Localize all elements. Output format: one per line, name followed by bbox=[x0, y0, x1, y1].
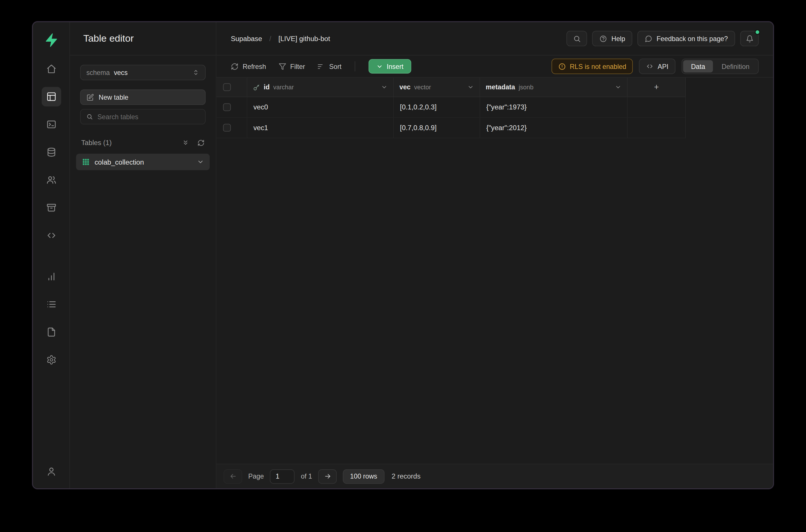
schema-select-label: schema bbox=[87, 69, 110, 76]
sort-button[interactable]: Sort bbox=[318, 62, 342, 70]
sidebar-item-storage[interactable] bbox=[41, 198, 61, 217]
top-bar: Supabase / [LIVE] github-bot Help Feedba… bbox=[216, 22, 773, 55]
sort-icon bbox=[318, 62, 325, 70]
alert-circle-icon bbox=[558, 62, 566, 70]
rls-warning-label: RLS is not enabled bbox=[570, 62, 627, 70]
grid-zone: id varchar vec vector metadata jsonb bbox=[216, 78, 773, 463]
toolbar-divider bbox=[355, 61, 355, 72]
refresh-button[interactable]: Refresh bbox=[231, 62, 266, 70]
sidebar-item-database[interactable] bbox=[41, 142, 61, 162]
refresh-tables-button[interactable] bbox=[197, 139, 205, 146]
view-mode-segmented-control: Data Definition bbox=[682, 59, 759, 74]
cell-vec[interactable]: [0.1,0.2,0.3] bbox=[394, 97, 480, 117]
cell-metadata[interactable]: {"year":2012} bbox=[480, 118, 628, 138]
search-tables-field bbox=[80, 109, 206, 125]
chevrons-down-icon bbox=[182, 139, 189, 146]
row-checkbox[interactable] bbox=[223, 124, 231, 132]
rows-per-page-button[interactable]: 100 rows bbox=[343, 469, 385, 483]
sidebar-item-colab-collection[interactable]: colab_collection bbox=[76, 154, 210, 170]
bar-chart-icon bbox=[46, 271, 56, 282]
cell-id[interactable]: vec0 bbox=[247, 97, 394, 117]
tab-data[interactable]: Data bbox=[683, 60, 713, 72]
feedback-button[interactable]: Feedback on this page? bbox=[637, 31, 735, 46]
row-checkbox[interactable] bbox=[223, 103, 231, 111]
sidebar-item-settings[interactable] bbox=[41, 350, 61, 370]
help-label: Help bbox=[612, 35, 625, 42]
help-button[interactable]: Help bbox=[592, 31, 632, 46]
new-table-button[interactable]: New table bbox=[80, 89, 206, 105]
collapse-tables-button[interactable] bbox=[182, 139, 189, 146]
search-tables-input[interactable] bbox=[97, 113, 199, 121]
column-header-id[interactable]: id varchar bbox=[247, 78, 394, 96]
arrow-right-icon bbox=[324, 473, 331, 480]
column-header-metadata[interactable]: metadata jsonb bbox=[480, 78, 628, 96]
rls-warning-badge[interactable]: RLS is not enabled bbox=[551, 59, 633, 74]
refresh-label: Refresh bbox=[243, 62, 266, 70]
terminal-icon bbox=[46, 119, 56, 130]
screen: Table editor schema vecs New table T bbox=[0, 0, 806, 532]
table-row[interactable]: vec1 [0.7,0.8,0.9] {"year":2012} bbox=[216, 118, 685, 138]
search-icon bbox=[87, 113, 93, 120]
sidebar-item-docs[interactable] bbox=[41, 322, 61, 342]
chevron-down-icon bbox=[615, 84, 621, 91]
api-button[interactable]: API bbox=[639, 59, 676, 74]
notifications-button[interactable] bbox=[740, 31, 759, 46]
insert-button[interactable]: Insert bbox=[369, 59, 411, 74]
insert-label: Insert bbox=[387, 62, 403, 70]
column-header-vec[interactable]: vec vector bbox=[394, 78, 480, 96]
table-row[interactable]: vec0 [0.1,0.2,0.3] {"year":1973} bbox=[216, 97, 685, 118]
chevron-down-icon bbox=[381, 84, 387, 91]
schema-select[interactable]: schema vecs bbox=[80, 64, 206, 80]
file-icon bbox=[46, 327, 56, 337]
refresh-icon bbox=[197, 139, 205, 146]
sidebar-item-sql-editor[interactable] bbox=[41, 115, 61, 134]
cell-id[interactable]: vec1 bbox=[247, 118, 394, 138]
breadcrumb-project[interactable]: [LIVE] github-bot bbox=[279, 35, 330, 42]
help-circle-icon bbox=[599, 35, 607, 42]
cell-vec[interactable]: [0.7,0.8,0.9] bbox=[394, 118, 480, 138]
filter-label: Filter bbox=[290, 62, 305, 70]
sidebar-item-account[interactable] bbox=[41, 462, 61, 481]
page-input[interactable] bbox=[270, 469, 295, 483]
sidebar-item-home[interactable] bbox=[41, 59, 61, 79]
data-grid: id varchar vec vector metadata jsonb bbox=[216, 78, 686, 138]
select-all-checkbox[interactable] bbox=[223, 83, 231, 91]
sort-label: Sort bbox=[329, 62, 342, 70]
cell-metadata[interactable]: {"year":1973} bbox=[480, 97, 628, 117]
pagination-bar: Page of 1 100 rows 2 records bbox=[216, 463, 773, 488]
next-page-button[interactable] bbox=[318, 469, 337, 483]
cell-empty bbox=[628, 118, 686, 138]
new-table-label: New table bbox=[99, 93, 129, 101]
user-icon bbox=[46, 466, 56, 477]
tab-definition[interactable]: Definition bbox=[714, 60, 757, 72]
filter-icon bbox=[279, 62, 286, 70]
sidebar-title: Table editor bbox=[70, 22, 216, 55]
grid-header-row: id varchar vec vector metadata jsonb bbox=[216, 78, 685, 97]
add-column-button[interactable]: + bbox=[628, 78, 686, 96]
bell-icon bbox=[746, 35, 753, 42]
records-count: 2 records bbox=[391, 473, 421, 480]
archive-icon bbox=[46, 203, 56, 213]
main-panel: Supabase / [LIVE] github-bot Help Feedba… bbox=[216, 22, 773, 488]
sidebar-item-logs[interactable] bbox=[41, 294, 61, 314]
users-icon bbox=[46, 175, 56, 185]
previous-page-button[interactable] bbox=[224, 469, 242, 483]
nav-rail bbox=[33, 22, 70, 488]
page-title: Table editor bbox=[83, 33, 134, 44]
cell-empty bbox=[628, 97, 686, 117]
row-select-cell bbox=[216, 97, 247, 117]
supabase-logo[interactable] bbox=[43, 33, 59, 48]
refresh-icon bbox=[231, 62, 239, 70]
chevron-down-icon bbox=[376, 63, 383, 70]
notification-dot bbox=[754, 29, 760, 35]
row-select-cell bbox=[216, 118, 247, 138]
search-button[interactable] bbox=[567, 31, 588, 46]
sidebar-item-reports[interactable] bbox=[41, 267, 61, 286]
sidebar-item-functions[interactable] bbox=[41, 226, 61, 245]
breadcrumb: Supabase / [LIVE] github-bot bbox=[231, 35, 330, 42]
filter-button[interactable]: Filter bbox=[279, 62, 305, 70]
sidebar-item-auth[interactable] bbox=[41, 170, 61, 190]
breadcrumb-org[interactable]: Supabase bbox=[231, 35, 262, 42]
sidebar-item-table-editor[interactable] bbox=[41, 87, 61, 106]
home-icon bbox=[46, 64, 56, 74]
